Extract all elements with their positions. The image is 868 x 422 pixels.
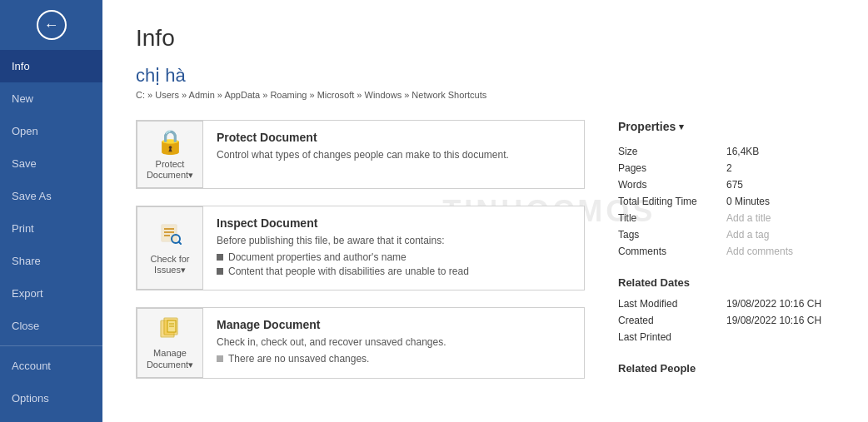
bullet-icon (217, 355, 223, 362)
sidebar-item-account[interactable]: Account (0, 350, 102, 382)
sidebar-item-info[interactable]: Info (0, 50, 102, 82)
properties-header: Properties ▾ (618, 120, 835, 133)
bullet-icon (217, 268, 223, 275)
protect-document-button[interactable]: 🔒 ProtectDocument▾ (137, 121, 203, 188)
sidebar-divider (0, 345, 102, 346)
manage-document-content: Manage Document Check in, check out, and… (217, 308, 453, 377)
related-dates-table: Last Modified 19/08/2022 10:16 CH Create… (618, 295, 835, 345)
properties-table: Size 16,4KB Pages 2 Words 675 Total Edit… (618, 143, 835, 260)
page-title: Info (136, 25, 835, 52)
prop-row-editing-time: Total Editing Time 0 Minutes (618, 193, 835, 210)
sidebar: ← Info New Open Save Save As Print Share… (0, 0, 102, 422)
sidebar-item-share[interactable]: Share (0, 245, 102, 277)
manage-document-list: There are no unsaved changes. (217, 353, 446, 365)
main-content: Info chị hà C: » Users » Admin » AppData… (102, 0, 868, 422)
list-item: Content that people with disabilities ar… (217, 266, 469, 277)
sidebar-item-close[interactable]: Close (0, 310, 102, 342)
prop-row-title: Title Add a title (618, 210, 835, 226)
prop-row-tags: Tags Add a tag (618, 226, 835, 243)
prop-row-last-modified: Last Modified 19/08/2022 10:16 CH (618, 295, 835, 312)
prop-row-pages: Pages 2 (618, 160, 835, 176)
manage-document-button[interactable]: ManageDocument▾ (137, 308, 203, 377)
bullet-icon (217, 254, 223, 261)
list-item: Document properties and author's name (217, 251, 469, 263)
left-panel: 🔒 ProtectDocument▾ Protect Document Cont… (136, 120, 585, 395)
svg-line-5 (179, 241, 182, 244)
sidebar-item-save-as[interactable]: Save As (0, 180, 102, 212)
manage-document-desc: Check in, check out, and recover unsaved… (217, 336, 446, 348)
inspect-document-card: Check forIssues▾ Inspect Document Before… (136, 206, 585, 290)
inspect-document-list: Document properties and author's name Co… (217, 251, 469, 277)
manage-document-card: ManageDocument▾ Manage Document Check in… (136, 307, 585, 378)
back-button[interactable]: ← (0, 0, 102, 50)
protect-document-content: Protect Document Control what types of c… (217, 121, 516, 188)
sidebar-item-options[interactable]: Options (0, 382, 102, 415)
sidebar-item-save[interactable]: Save (0, 147, 102, 180)
inspect-icon (158, 221, 182, 251)
inspect-document-content: Inspect Document Before publishing this … (217, 206, 476, 290)
right-panel: Properties ▾ Size 16,4KB Pages 2 Words 6… (618, 120, 835, 395)
protect-document-desc: Control what types of changes people can… (217, 149, 509, 161)
check-issues-button[interactable]: Check forIssues▾ (137, 206, 203, 290)
doc-path: C: » Users » Admin » AppData » Roaming »… (136, 90, 835, 100)
sidebar-bottom: Account Options (0, 350, 102, 415)
doc-name: chị hà (136, 65, 835, 87)
back-circle-icon: ← (37, 10, 67, 40)
sidebar-item-print[interactable]: Print (0, 212, 102, 245)
protect-document-card: 🔒 ProtectDocument▾ Protect Document Cont… (136, 120, 585, 189)
prop-row-words: Words 675 (618, 176, 835, 193)
prop-row-size: Size 16,4KB (618, 143, 835, 160)
chevron-down-icon: ▾ (679, 122, 684, 132)
prop-row-comments: Comments Add comments (618, 243, 835, 260)
prop-row-created: Created 19/08/2022 10:16 CH (618, 312, 835, 329)
sidebar-item-open[interactable]: Open (0, 115, 102, 147)
svg-rect-0 (162, 225, 177, 241)
manage-document-title: Manage Document (217, 318, 446, 331)
sidebar-nav: Info New Open Save Save As Print Share E… (0, 50, 102, 422)
lock-icon: 🔒 (156, 128, 185, 156)
inspect-document-title: Inspect Document (217, 216, 469, 230)
inspect-document-desc: Before publishing this file, be aware th… (217, 235, 469, 246)
protect-document-title: Protect Document (217, 131, 509, 144)
prop-row-last-printed: Last Printed (618, 329, 835, 345)
sidebar-item-new[interactable]: New (0, 82, 102, 115)
related-people-header: Related People (618, 362, 835, 375)
protect-document-label: ProtectDocument▾ (147, 159, 193, 181)
check-issues-label: Check forIssues▾ (150, 254, 189, 276)
manage-icon (158, 315, 182, 345)
list-item: There are no unsaved changes. (217, 353, 446, 365)
related-dates-header: Related Dates (618, 276, 835, 289)
content-wrapper: 🔒 ProtectDocument▾ Protect Document Cont… (136, 120, 835, 395)
manage-document-label: ManageDocument▾ (147, 348, 193, 370)
sidebar-item-export[interactable]: Export (0, 277, 102, 310)
